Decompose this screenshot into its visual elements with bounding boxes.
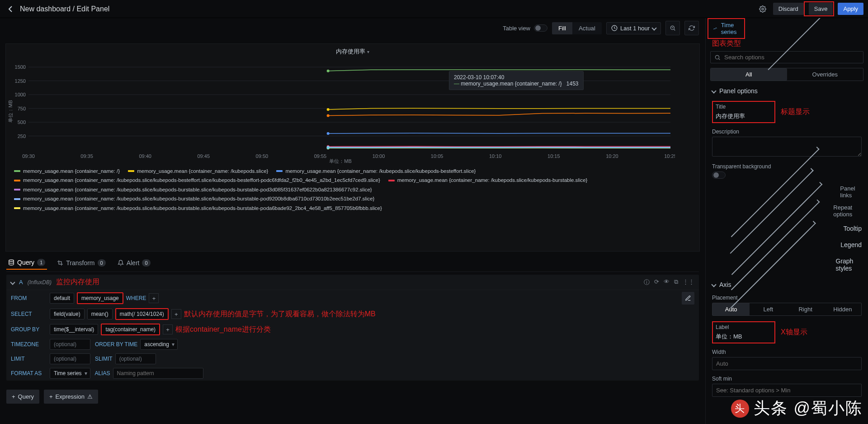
where-add[interactable]: +: [149, 293, 159, 303]
tab-all[interactable]: All: [711, 68, 787, 81]
query-letter: A: [19, 279, 23, 286]
page-title: New dashboard / Edit Panel: [20, 5, 109, 13]
axis-width-input[interactable]: [712, 357, 862, 370]
timeseries-icon: [713, 25, 717, 32]
transparent-toggle[interactable]: [712, 172, 726, 179]
search-input[interactable]: [724, 54, 859, 61]
svg-text:09:45: 09:45: [198, 153, 210, 159]
limit-input[interactable]: (optional): [50, 353, 90, 364]
toggle-text-edit[interactable]: [682, 292, 694, 305]
annotation-group: 根据container_name进行分类: [175, 325, 271, 334]
query-inspect-icon[interactable]: ⓘ: [644, 278, 650, 286]
table-view-toggle[interactable]: [534, 24, 547, 32]
discard-button[interactable]: Discard: [773, 3, 804, 15]
settings-icon[interactable]: [756, 2, 769, 16]
section-panel-options[interactable]: Panel options: [706, 83, 868, 99]
svg-point-31: [327, 132, 330, 135]
tz-input[interactable]: (optional): [50, 339, 90, 350]
svg-text:1500: 1500: [15, 64, 26, 70]
svg-text:09:50: 09:50: [256, 153, 269, 159]
svg-text:10:25: 10:25: [664, 153, 675, 159]
svg-point-0: [762, 8, 764, 10]
svg-point-32: [327, 114, 330, 117]
add-expression-button[interactable]: + Expression ⚠: [44, 390, 98, 404]
description-input[interactable]: [712, 137, 862, 157]
back-button[interactable]: [5, 3, 17, 15]
select-add[interactable]: +: [171, 309, 181, 319]
title-input[interactable]: [716, 112, 772, 120]
slimit-input[interactable]: (optional): [115, 353, 156, 364]
axis-softmin-input[interactable]: [712, 384, 862, 397]
datasource-label: (InfluxDB): [28, 279, 52, 286]
order-select[interactable]: ascending: [140, 339, 178, 350]
transform-icon: [57, 260, 63, 266]
actual-button[interactable]: Actual: [572, 22, 602, 34]
svg-text:1250: 1250: [15, 78, 26, 84]
query-history-icon[interactable]: ⟳: [654, 278, 659, 286]
tab-query[interactable]: Query1: [6, 256, 47, 270]
search-options[interactable]: [710, 51, 863, 63]
svg-text:单位：MB: 单位：MB: [8, 100, 13, 123]
annotation-title: 标题显示: [781, 107, 810, 117]
svg-point-37: [327, 147, 330, 149]
tab-alert[interactable]: Alert0: [116, 256, 152, 270]
svg-text:单位：MB: 单位：MB: [329, 158, 352, 163]
time-range-picker[interactable]: Last 1 hour: [606, 22, 661, 34]
svg-text:10:20: 10:20: [606, 153, 618, 159]
svg-point-30: [327, 108, 330, 111]
from-default[interactable]: default: [50, 293, 74, 304]
axis-label-input[interactable]: [716, 332, 772, 341]
section-axis[interactable]: Axis: [706, 276, 868, 293]
group-tag[interactable]: tag(container_name): [101, 324, 160, 335]
clock-icon: [611, 25, 618, 31]
svg-text:09:55: 09:55: [314, 153, 327, 159]
refresh-button[interactable]: [684, 21, 699, 35]
query-duplicate-icon[interactable]: ⧉: [674, 278, 678, 286]
select-math[interactable]: math(/ 1024/1024): [115, 308, 169, 320]
tab-transform[interactable]: Transform0: [55, 256, 107, 270]
svg-text:10:00: 10:00: [373, 153, 385, 159]
query-collapse[interactable]: [10, 280, 15, 285]
format-select[interactable]: Time series: [50, 368, 90, 379]
tab-overrides[interactable]: Overrides: [787, 68, 863, 81]
svg-point-38: [9, 260, 14, 262]
annotation-math: 默认内存使用的值是字节，为了观看容易，做个除法转为MB: [184, 310, 376, 319]
svg-text:10:05: 10:05: [431, 153, 443, 159]
alias-input[interactable]: [113, 368, 203, 379]
query-toggle-icon[interactable]: 👁: [664, 278, 670, 286]
svg-text:10:15: 10:15: [547, 153, 560, 159]
group-add[interactable]: +: [163, 324, 173, 334]
chart-tooltip: 2022-03-10 10:07:40 — memory_usage.mean …: [449, 71, 584, 90]
svg-text:500: 500: [18, 119, 26, 125]
chart-legend: memory_usage.mean {container_name: /}mem…: [6, 163, 699, 213]
svg-text:10:10: 10:10: [489, 153, 502, 159]
svg-point-40: [715, 55, 719, 59]
annotation-axis: X轴显示: [781, 328, 807, 337]
save-button[interactable]: Save: [809, 3, 833, 15]
svg-text:09:35: 09:35: [80, 153, 93, 159]
search-icon: [714, 54, 721, 61]
database-icon: [8, 259, 14, 266]
svg-text:1000: 1000: [15, 92, 26, 97]
table-view-label: Table view: [503, 25, 530, 32]
svg-point-29: [327, 70, 330, 72]
group-time[interactable]: time($__interval): [50, 324, 98, 335]
fill-button[interactable]: Fill: [552, 22, 572, 34]
viz-type-picker[interactable]: Time series: [708, 18, 745, 39]
select-field[interactable]: field(value): [50, 309, 85, 319]
from-measurement[interactable]: memory_usage: [77, 292, 123, 304]
annotation-mem: 监控内存使用: [56, 277, 99, 287]
add-query-button[interactable]: + Query: [6, 390, 39, 404]
bell-icon: [118, 260, 124, 266]
svg-rect-39: [59, 262, 61, 264]
svg-text:09:30: 09:30: [22, 153, 35, 159]
chevron-down-icon: [651, 25, 656, 30]
svg-text:09:40: 09:40: [139, 153, 151, 159]
apply-button[interactable]: Apply: [838, 3, 863, 15]
svg-text:250: 250: [18, 133, 26, 139]
svg-text:750: 750: [18, 106, 26, 111]
select-mean[interactable]: mean(): [87, 309, 113, 319]
chart-title: 内存使用率: [336, 48, 365, 55]
query-drag-icon[interactable]: ⋮⋮: [683, 278, 694, 286]
zoom-out-button[interactable]: [665, 21, 680, 35]
